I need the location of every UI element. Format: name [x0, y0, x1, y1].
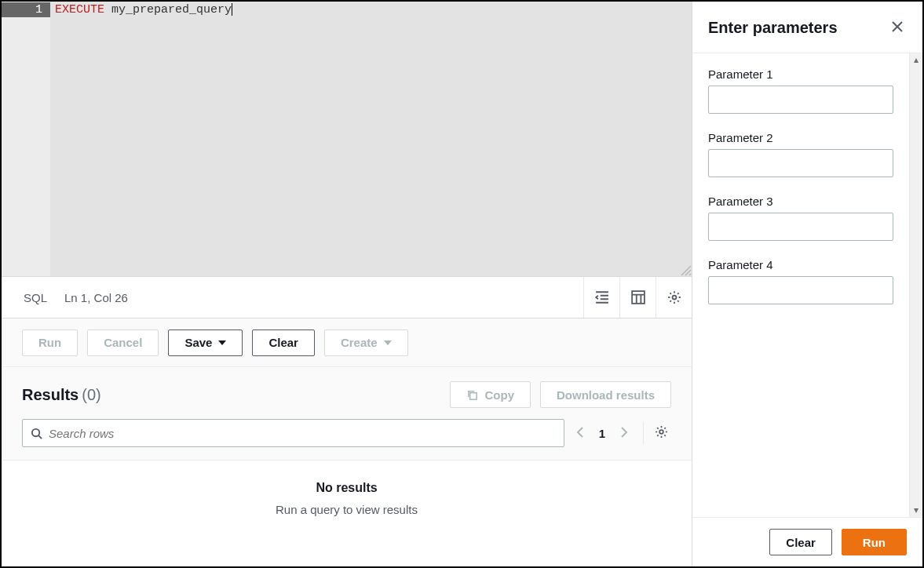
panel-run-button[interactable]: Run — [842, 529, 907, 555]
parameter-label: Parameter 1 — [708, 67, 893, 81]
prev-page-button[interactable] — [572, 424, 588, 443]
next-page-button[interactable] — [616, 424, 632, 443]
create-button[interactable]: Create — [324, 330, 408, 356]
panel-title: Enter parameters — [708, 19, 888, 37]
search-box[interactable] — [22, 419, 564, 447]
panel-footer: Clear Run — [692, 517, 922, 566]
code-line: EXECUTE my_prepared_query — [55, 2, 692, 17]
search-input[interactable] — [49, 427, 556, 440]
grid-icon — [631, 290, 645, 304]
resize-handle-icon[interactable] — [681, 265, 692, 276]
copy-label: Copy — [484, 388, 514, 402]
create-label: Create — [341, 336, 378, 349]
main-column: 1 EXECUTE my_prepared_query SQL Ln 1, Co… — [2, 2, 692, 566]
run-button[interactable]: Run — [22, 330, 78, 356]
save-button[interactable]: Save — [168, 330, 243, 356]
svg-rect-2 — [470, 392, 477, 399]
svg-point-4 — [659, 430, 663, 434]
indent-icon — [595, 290, 609, 304]
format-button[interactable] — [583, 277, 619, 318]
parameter-field: Parameter 1 — [708, 67, 893, 114]
copy-icon — [466, 389, 478, 401]
editor-cursor — [232, 3, 232, 16]
caret-down-icon — [218, 340, 226, 345]
panel-clear-button[interactable]: Clear — [769, 529, 832, 555]
action-bar: Run Cancel Save Clear Create — [2, 319, 692, 367]
parameter-input-4[interactable] — [708, 276, 893, 304]
sql-keyword: EXECUTE — [55, 3, 104, 16]
parameter-label: Parameter 2 — [708, 131, 893, 144]
parameter-label: Parameter 4 — [708, 258, 893, 271]
parameter-field: Parameter 4 — [708, 258, 893, 304]
svg-point-1 — [672, 296, 676, 300]
parameter-input-1[interactable] — [708, 86, 893, 114]
close-icon — [891, 20, 904, 33]
save-label: Save — [184, 336, 212, 349]
pager: 1 — [572, 422, 671, 444]
results-header: Results (0) Copy Download results — [2, 367, 692, 419]
parameter-input-2[interactable] — [708, 149, 893, 177]
search-icon — [31, 428, 42, 439]
panel-body: Parameter 1 Parameter 2 Parameter 3 Para… — [692, 53, 909, 517]
editor-settings-button[interactable] — [656, 277, 692, 318]
results-title: Results — [22, 386, 79, 404]
scroll-up-icon[interactable]: ▴ — [910, 53, 922, 67]
download-results-button[interactable]: Download results — [540, 381, 671, 408]
chevron-left-icon — [575, 427, 585, 438]
scroll-down-icon[interactable]: ▾ — [910, 504, 922, 517]
svg-rect-0 — [632, 291, 645, 304]
svg-point-3 — [32, 428, 39, 435]
editor-gutter: 1 — [2, 2, 50, 276]
empty-title: No results — [2, 481, 692, 495]
clear-button[interactable]: Clear — [252, 330, 315, 356]
chevron-right-icon — [619, 427, 629, 438]
editor-code-area[interactable]: EXECUTE my_prepared_query — [50, 2, 692, 276]
results-settings-button[interactable] — [643, 422, 671, 444]
app-frame: 1 EXECUTE my_prepared_query SQL Ln 1, Co… — [0, 0, 924, 568]
results-count: (0) — [82, 386, 100, 404]
language-indicator: SQL — [24, 291, 47, 304]
caret-down-icon — [384, 340, 392, 345]
panel-header: Enter parameters — [692, 2, 922, 53]
close-panel-button[interactable] — [888, 17, 907, 38]
parameter-label: Parameter 3 — [708, 195, 893, 208]
parameter-input-3[interactable] — [708, 213, 893, 241]
cursor-position: Ln 1, Col 26 — [64, 291, 128, 304]
scrollbar[interactable]: ▴ ▾ — [909, 53, 922, 517]
page-number: 1 — [599, 427, 605, 440]
line-number: 1 — [2, 2, 50, 17]
layout-button[interactable] — [619, 277, 656, 318]
sql-identifier: my_prepared_query — [104, 3, 232, 16]
gear-icon — [655, 425, 668, 439]
cancel-button[interactable]: Cancel — [87, 330, 159, 356]
editor-status-bar: SQL Ln 1, Col 26 — [2, 276, 692, 319]
panel-body-wrap: Parameter 1 Parameter 2 Parameter 3 Para… — [692, 53, 922, 517]
parameter-field: Parameter 2 — [708, 131, 893, 177]
results-toolbar: 1 — [2, 419, 692, 461]
copy-button[interactable]: Copy — [450, 381, 531, 408]
gear-icon — [667, 290, 681, 304]
empty-subtitle: Run a query to view results — [2, 503, 692, 516]
results-empty-state: No results Run a query to view results — [2, 461, 692, 566]
sql-editor[interactable]: 1 EXECUTE my_prepared_query — [2, 2, 692, 276]
parameter-field: Parameter 3 — [708, 195, 893, 241]
parameters-panel: Enter parameters Parameter 1 Parameter 2… — [692, 2, 922, 566]
